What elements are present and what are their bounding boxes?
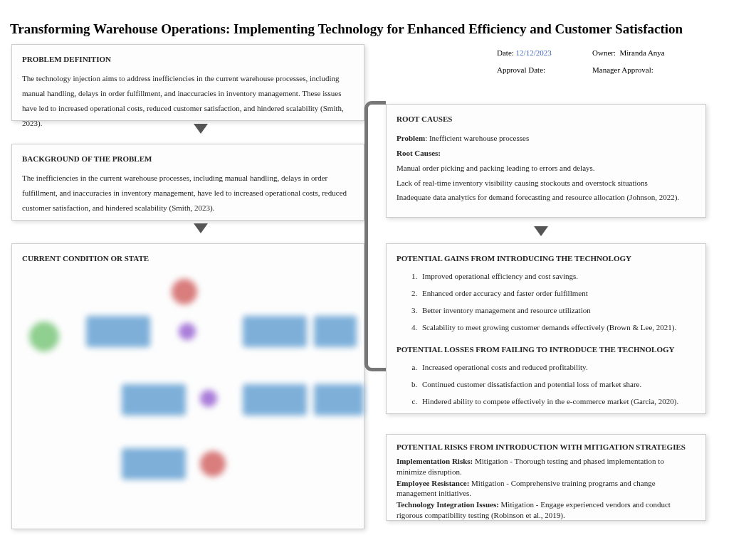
problem-definition-heading: PROBLEM DEFINITION: [22, 52, 354, 67]
arrow-down-icon: [194, 223, 208, 233]
gains-item: Scalability to meet growing customer dem…: [419, 319, 695, 336]
page-title: Transforming Warehouse Operations: Imple…: [0, 0, 756, 44]
main-container: PROBLEM DEFINITION The technology inject…: [0, 44, 756, 535]
date-value: 12/12/2023: [516, 48, 552, 57]
arrow-down-icon: [534, 226, 548, 236]
risks-heading: POTENTIAL RISKS FROM INTRODUCTION WITH M…: [397, 442, 695, 452]
gains-losses-box: POTENTIAL GAINS FROM INTRODUCING THE TEC…: [386, 243, 706, 414]
root-causes-label: Root Causes:: [397, 146, 695, 161]
problem-label: Problem: [397, 134, 425, 142]
risk-label: Employee Resistance:: [397, 479, 469, 487]
risk-label: Implementation Risks:: [397, 457, 473, 465]
losses-item: Hindered ability to compete effectively …: [419, 393, 695, 410]
gains-item: Improved operational efficiency and cost…: [419, 268, 695, 285]
gains-item: Better inventory management and resource…: [419, 302, 695, 319]
root-causes-box: ROOT CAUSES Problem: Inefficient warehou…: [386, 104, 706, 218]
risk-item: Technology Integration Issues: Mitigatio…: [397, 499, 695, 520]
root-cause-item: Manual order picking and packing leading…: [397, 161, 695, 176]
meta-row-approval: Approval Date: Manager Approval:: [497, 61, 703, 78]
owner-value: Miranda Anya: [620, 48, 665, 57]
background-heading: BACKGROUND OF THE PROBLEM: [22, 152, 354, 166]
date-field: Date: 12/12/2023: [497, 44, 592, 61]
date-label: Date:: [497, 48, 516, 57]
root-causes-problem-line: Problem: Inefficient warehouse processes: [397, 131, 695, 146]
risk-label: Technology Integration Issues:: [397, 500, 499, 509]
problem-definition-body: The technology injection aims to address…: [22, 71, 354, 131]
gains-item: Enhanced order accuracy and faster order…: [419, 285, 695, 302]
manager-approval-field: Manager Approval:: [592, 61, 703, 78]
background-body: The inefficiencies in the current wareho…: [22, 171, 354, 216]
owner-field: Owner: Miranda Anya: [592, 44, 703, 61]
losses-list: Increased operational costs and reduced …: [397, 359, 695, 410]
losses-item: Increased operational costs and reduced …: [419, 359, 695, 376]
approval-date-field: Approval Date:: [497, 61, 592, 78]
flowchart-diagram: [22, 272, 354, 514]
metadata-panel: Date: 12/12/2023 Owner: Miranda Anya App…: [497, 44, 703, 83]
owner-label: Owner:: [592, 48, 616, 57]
losses-heading: POTENTIAL LOSSES FROM FAILING TO INTRODU…: [397, 342, 695, 357]
root-cause-item: Inadequate data analytics for demand for…: [397, 190, 695, 205]
gains-list: Improved operational efficiency and cost…: [397, 268, 695, 337]
risks-box: POTENTIAL RISKS FROM INTRODUCTION WITH M…: [386, 434, 706, 521]
arrow-down-icon: [194, 124, 208, 134]
current-condition-heading: CURRENT CONDITION OR STATE: [22, 251, 354, 266]
root-causes-heading: ROOT CAUSES: [397, 112, 695, 127]
losses-item: Continued customer dissatisfaction and p…: [419, 376, 695, 393]
current-condition-box: CURRENT CONDITION OR STATE: [11, 243, 364, 529]
meta-row-date-owner: Date: 12/12/2023 Owner: Miranda Anya: [497, 44, 703, 61]
risk-item: Implementation Risks: Mitigation - Thoro…: [397, 456, 695, 477]
problem-text: : Inefficient warehouse processes: [425, 134, 529, 142]
risk-item: Employee Resistance: Mitigation - Compre…: [397, 478, 695, 499]
background-box: BACKGROUND OF THE PROBLEM The inefficien…: [11, 144, 364, 221]
gains-heading: POTENTIAL GAINS FROM INTRODUCING THE TEC…: [397, 251, 695, 266]
connector-bracket: [364, 101, 386, 371]
problem-definition-box: PROBLEM DEFINITION The technology inject…: [11, 44, 364, 121]
root-cause-item: Lack of real-time inventory visibility c…: [397, 176, 695, 191]
